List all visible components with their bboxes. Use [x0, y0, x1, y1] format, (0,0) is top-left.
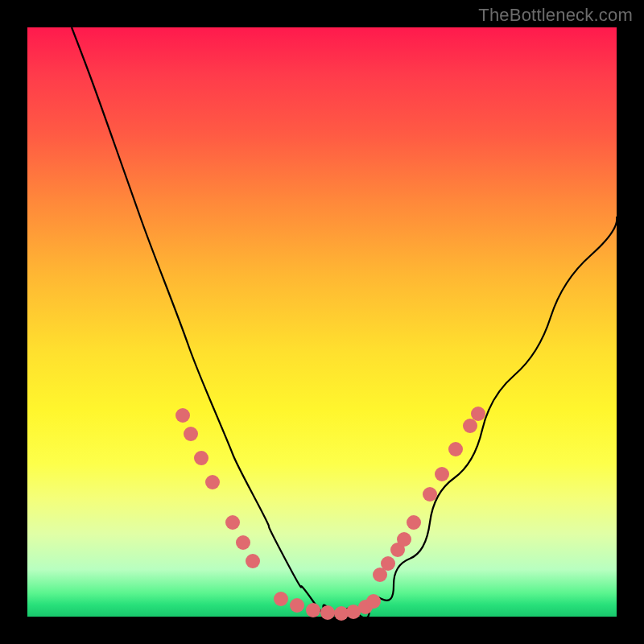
data-marker: [320, 605, 335, 620]
data-marker: [397, 532, 411, 547]
data-marker: [448, 442, 463, 456]
markers-left: [175, 408, 260, 568]
data-marker: [381, 556, 395, 571]
data-marker: [246, 554, 260, 568]
data-marker: [184, 427, 198, 441]
markers-bottom: [274, 592, 381, 621]
data-marker: [407, 515, 421, 530]
data-marker: [423, 487, 437, 502]
data-marker: [274, 592, 288, 606]
outer-frame: TheBottleneck.com: [0, 0, 644, 644]
data-marker: [366, 594, 381, 609]
data-marker: [463, 419, 477, 433]
data-marker: [175, 408, 190, 423]
plot-area: [27, 27, 617, 617]
data-marker: [306, 603, 320, 617]
markers-right: [373, 407, 485, 582]
data-marker: [471, 407, 485, 421]
data-marker: [236, 535, 250, 550]
data-marker: [435, 467, 449, 481]
bottleneck-curve: [72, 27, 617, 621]
data-marker: [194, 451, 208, 465]
data-marker: [205, 475, 220, 489]
chart-svg: [27, 27, 617, 617]
watermark-text: TheBottleneck.com: [478, 5, 633, 26]
data-marker: [225, 515, 240, 530]
data-marker: [290, 598, 304, 613]
